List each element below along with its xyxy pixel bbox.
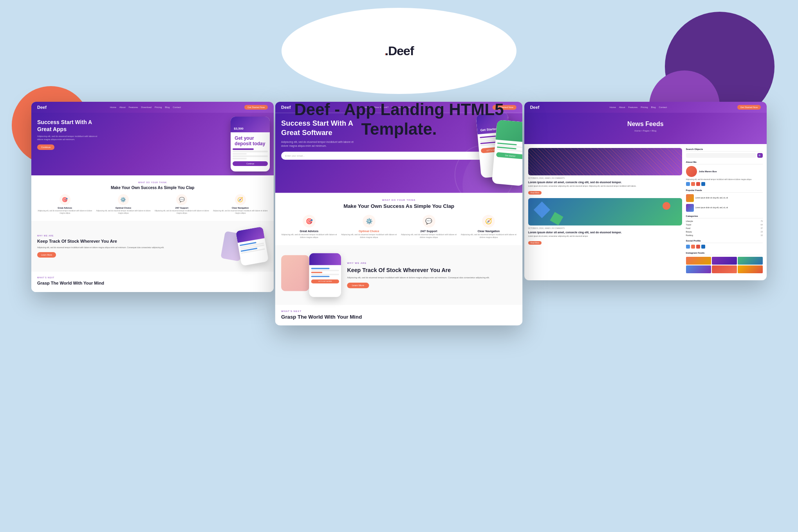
sc3-author-bio: Adipiscing elit, sed do eiusmod tempor i… — [686, 179, 763, 181]
sc3-popular-title: Popular Feeds — [686, 189, 763, 193]
sc1-section-label: WHAT DO YOUR THINK — [37, 181, 268, 184]
sc3-instagram-section: Instagram Feeds — [686, 252, 763, 273]
sc3-cat-1: Lifestyle 75 — [686, 220, 763, 222]
sc1-phone-tilted — [236, 226, 269, 266]
sc3-search-row: 🔍 — [686, 153, 763, 158]
sc3-search-section: Search Objects 🔍 — [686, 148, 763, 158]
sc1-hero-title: Success Start With A Great Apps — [37, 119, 108, 133]
sc2-feature-icon-2: ⚙️ — [363, 215, 376, 228]
sc3-instagram-title: Instagram Feeds — [686, 252, 763, 255]
sc2-why-content: WHY WE ARE Keep Track Of Stock Wherever … — [347, 262, 517, 288]
sc3-cat-3: Food 37 — [686, 227, 763, 229]
sc2-feature-icon-1: 🎯 — [303, 215, 316, 228]
sc1-features-section: WHAT DO YOUR THINK Make Your Own Success… — [31, 175, 274, 221]
sc3-sp-tw[interactable] — [691, 245, 695, 249]
sc3-social-profile-icons — [686, 245, 763, 249]
sc3-sp-fb[interactable] — [686, 245, 690, 249]
sc1-feature-1: 🎯 Great Advices Adipiscing elit, sed do … — [37, 194, 92, 215]
sc1-nav-cta[interactable]: Get Started Now — [244, 105, 268, 110]
sc1-features: 🎯 Great Advices Adipiscing elit, sed do … — [37, 194, 268, 215]
center-header: ..Deef Deef - App Landing HTML5 Template… — [282, 8, 516, 139]
sc3-social-fb[interactable] — [686, 182, 690, 186]
sc3-categories-section: Categories Lifestyle 75 Travel 64 Food 3… — [686, 215, 763, 236]
sc2-features: 🎯 Great Advices Adipiscing elit, sed do … — [281, 215, 516, 239]
sc3-post2-img — [528, 198, 682, 225]
sc3-post2-text: Lorem ipsum do sit amet, consectetur adi… — [528, 235, 682, 238]
sc1-feature-title-1: Great Advices — [37, 207, 92, 209]
sc3-author-name: Julia Maren Bus — [699, 170, 717, 173]
sc2-section-title: Make Your Own Success As Simple You Clap — [281, 203, 516, 210]
sc3-hero-title: News Feeds — [530, 121, 761, 128]
sc3-insta-3 — [738, 257, 763, 265]
sc2-why-btn[interactable]: Learn More — [347, 283, 369, 288]
sc3-popular-section: Popular Feeds Lorem ipsum dolor sit cing… — [686, 189, 763, 212]
sc3-social-title: Social Profile — [686, 240, 763, 243]
sc3-about-title: About Me — [686, 161, 763, 164]
sc2-section-label: WHAT DO YOUR THINK — [281, 199, 516, 201]
sc3-post1-meta: OCTOBER 6, 2016 | JAMES | 09 COMMENTS — [528, 177, 682, 179]
sc1-feature-3: 💬 24/7 Support Adipiscing elit, sed do e… — [154, 194, 209, 215]
sc1-why-btn[interactable]: Learn More — [37, 252, 56, 258]
oval-background: ..Deef — [282, 8, 516, 94]
sc3-nav-links: Home About Features Pricing Blog Contact — [610, 106, 667, 108]
sc3-about-section: About Me Julia Maren Bus Adipiscing elit… — [686, 161, 763, 186]
sc3-social-icons — [686, 182, 763, 186]
sc3-post2-title: Lorem ipsum dolor sit amet, consecte cin… — [528, 231, 682, 234]
sc3-sp-li[interactable] — [701, 245, 705, 249]
sc3-search-input[interactable] — [686, 153, 756, 158]
sc3-post1-btn[interactable]: Read More — [528, 191, 542, 195]
page-title: Deef - App Landing HTML5 Template. — [282, 100, 516, 139]
sc2-why-title: Keep Track Of Stock Wherever You Are — [347, 266, 517, 274]
sc1-grasp-section: WHAT'S NEXT Grasp The World With Your Mi… — [31, 272, 274, 292]
sc1-feature-icon-1: 🎯 — [60, 194, 70, 205]
sc1-feature-icon-2: ⚙️ — [118, 194, 129, 205]
sc1-why-text: Adipiscing elit, sed do eiusmod tempor i… — [37, 246, 217, 249]
sc1-feature-4: 🧭 Clear Navigation Adipiscing elit, sed … — [213, 194, 268, 215]
sc3-insta-2 — [712, 257, 737, 265]
sc1-feature-2: ⚙️ Optimal Choice Adipiscing elit, sed d… — [96, 194, 151, 215]
sc3-social-section: Social Profile — [686, 240, 763, 249]
sc3-popular-1: Lorem ipsum dolor sit cing elit, sed, si… — [686, 194, 763, 202]
sc3-sp-yt[interactable] — [696, 245, 700, 249]
sc2-feature-icon-4: 🧭 — [482, 215, 495, 228]
sc3-post1-text: Lorem ipsum do sit amet, consectetur adi… — [528, 185, 682, 188]
sc3-nav-logo: Deef — [530, 105, 540, 110]
sc3-insta-grid — [686, 257, 763, 273]
sc2-feature-title-1: Great Advices — [281, 229, 337, 232]
sc2-feature-2: ⚙️ Optimal Choice Adipiscing elit, sed d… — [341, 215, 397, 239]
sc3-nav: Deef Home About Features Pricing Blog Co… — [524, 102, 767, 113]
sc3-cat-2: Travel 64 — [686, 224, 763, 226]
sc2-feature-title-3: 24/7 Support — [401, 229, 457, 232]
sc2-why-text: Adipiscing elit, sed do eiusmod tempor i… — [347, 276, 517, 279]
sc3-social-insta[interactable] — [696, 182, 700, 186]
sc2-feature-title-2: Optimal Choice — [341, 229, 397, 232]
sc3-search-btn[interactable]: 🔍 — [757, 153, 763, 158]
sc3-main: OCTOBER 6, 2016 | JAMES | 09 COMMENTS Lo… — [528, 148, 682, 276]
sc3-social-twitter[interactable] — [691, 182, 695, 186]
sc3-social-linkedin[interactable] — [701, 182, 705, 186]
sc3-popular-2: Lorem ipsum dolor sit cing elit, sed, si… — [686, 204, 763, 212]
sc2-hero-text: Adipiscing elit, sed do eiusmod tempor i… — [281, 140, 361, 148]
sc1-feature-title-3: 24/7 Support — [154, 207, 209, 209]
sc1-nav: Deef Home About Features Download Pricin… — [31, 102, 274, 113]
sc3-breadcrumb: Home • Pages • Blog — [530, 130, 761, 132]
screenshot-3: Deef Home About Features Pricing Blog Co… — [524, 102, 767, 280]
sc3-content: OCTOBER 6, 2016 | JAMES | 09 COMMENTS Lo… — [524, 144, 767, 280]
sc3-search-title: Search Objects — [686, 148, 763, 151]
sc3-post2-btn[interactable]: Read More — [528, 241, 542, 245]
sc1-phone-mockup: $3,500 Get your deposit today Continue — [231, 117, 270, 171]
sc3-nav-cta[interactable]: Get Started Now — [737, 105, 761, 110]
logo: ..Deef — [384, 44, 413, 58]
sc1-hero-btn[interactable]: Continue — [37, 144, 54, 150]
sc3-hero: News Feeds Home • Pages • Blog — [524, 113, 767, 144]
sc1-hero: Success Start With A Great Apps Adipisci… — [31, 113, 274, 175]
sc3-insta-4 — [686, 265, 711, 273]
sc1-why-title: Keep Track Of Stock Wherever You Are — [37, 238, 217, 244]
sc3-post1-title: Lorem ipsum dolor sit amet, consecte cin… — [528, 180, 682, 184]
sc2-why-phone-main: LET'S GET A RIDE — [309, 253, 341, 297]
sc1-feature-title-2: Optimal Choice — [96, 207, 151, 209]
sc1-feature-title-4: Clear Navigation — [213, 207, 268, 209]
sc1-nav-links: Home About Features Download Pricing Blo… — [110, 106, 181, 108]
sc3-avatar — [686, 166, 697, 177]
sc1-nav-logo: Deef — [37, 105, 47, 110]
